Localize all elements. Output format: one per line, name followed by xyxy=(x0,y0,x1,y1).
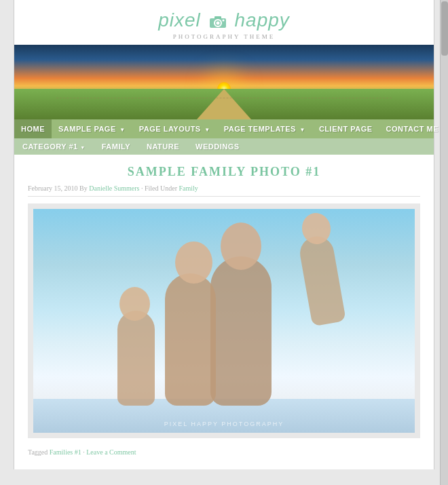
logo-part2: happy xyxy=(235,9,290,31)
nav-home[interactable]: HOME xyxy=(14,119,52,138)
sample-page-dropdown-arrow: ▼ xyxy=(119,127,125,133)
post-author-link[interactable]: Danielle Summers xyxy=(89,185,139,192)
post-tagged-label: Tagged xyxy=(28,448,48,456)
nav-page-templates[interactable]: PAGE TEMPLATES ▼ xyxy=(217,119,312,138)
page-templates-dropdown-arrow: ▼ xyxy=(299,127,305,133)
photo-child1-body xyxy=(117,311,155,406)
main-content: SAMPLE FAMILY PHOTO #1 February 15, 2010… xyxy=(14,155,434,469)
photo-mom-body xyxy=(165,273,216,406)
hero-road xyxy=(197,89,251,119)
photo-child1-head xyxy=(119,287,150,321)
svg-point-4 xyxy=(222,19,224,21)
camera-icon xyxy=(208,14,227,28)
nav-category-1[interactable]: CATEGORY #1 ▼ xyxy=(14,138,94,155)
main-navigation: HOME SAMPLE PAGE ▼ PAGE LAYOUTS ▼ PAGE T… xyxy=(14,119,434,138)
post-filed-label: Filed Under xyxy=(145,185,177,192)
photo-mom-head xyxy=(175,241,212,284)
logo[interactable]: pixel happy PHOTOGRAPHY THEME xyxy=(158,7,290,40)
post-date: February 15, 2010 xyxy=(28,185,78,192)
nav-weddings[interactable]: WEDDINGS xyxy=(187,138,248,155)
secondary-navigation: CATEGORY #1 ▼ FAMILY NATURE WEDDINGS xyxy=(14,138,434,155)
hero-fence xyxy=(56,98,392,99)
scrollbar[interactable] xyxy=(440,0,448,485)
nav-family[interactable]: FAMILY xyxy=(94,138,138,155)
post-tag1-link[interactable]: Families #1 xyxy=(50,448,81,456)
site-header: pixel happy PHOTOGRAPHY THEME xyxy=(14,0,434,45)
post-category-link[interactable]: Family xyxy=(179,185,198,192)
scrollbar-thumb[interactable] xyxy=(441,1,448,56)
photo-watermark: PIXEL HAPPY PHOTOGRAPHY xyxy=(164,421,284,427)
logo-part1: pixel xyxy=(158,9,201,31)
photo-dad-head xyxy=(221,222,261,270)
family-photo: PIXEL HAPPY PHOTOGRAPHY xyxy=(33,209,415,433)
hero-banner xyxy=(14,45,434,119)
post-leave-comment-link[interactable]: Leave a Comment xyxy=(86,448,136,456)
post-title: SAMPLE FAMILY PHOTO #1 xyxy=(28,165,420,179)
post-photo-container: PIXEL HAPPY PHOTOGRAPHY xyxy=(28,203,420,438)
svg-rect-3 xyxy=(214,16,221,19)
nav-contact-me[interactable]: CONTACT ME xyxy=(379,119,446,138)
post-meta: February 15, 2010 By Danielle Summers · … xyxy=(28,185,420,197)
nav-nature[interactable]: NATURE xyxy=(138,138,187,155)
nav-page-layouts[interactable]: PAGE LAYOUTS ▼ xyxy=(132,119,217,138)
photo-dad-body xyxy=(210,256,272,406)
page-layouts-dropdown-arrow: ▼ xyxy=(204,127,210,133)
nav-sample-page[interactable]: SAMPLE PAGE ▼ xyxy=(52,119,132,138)
nav-client-page[interactable]: CLIENT PAGE xyxy=(312,119,379,138)
svg-point-2 xyxy=(216,21,219,24)
logo-text: pixel happy xyxy=(158,7,290,32)
post-footer: Tagged Families #1 · Leave a Comment xyxy=(28,445,420,459)
post-by-label: By xyxy=(79,185,89,192)
category1-dropdown-arrow: ▼ xyxy=(80,145,85,150)
site-tagline: PHOTOGRAPHY THEME xyxy=(158,33,290,40)
